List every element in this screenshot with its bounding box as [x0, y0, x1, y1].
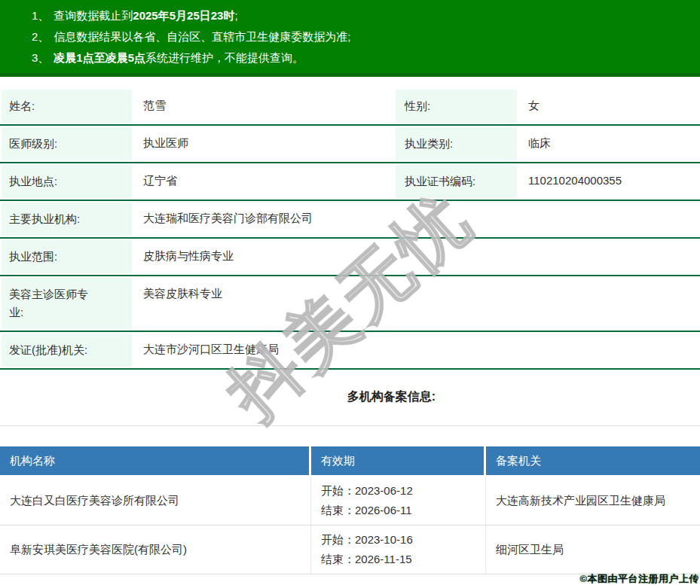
field-value: 辽宁省: [133, 163, 394, 200]
field-label: 执业证书编码:: [394, 163, 518, 200]
filing-row: 大连白又白医疗美容诊所有限公司开始：2023-06-12结束：2026-06-1…: [0, 475, 700, 526]
field-label: 执业地点:: [0, 163, 133, 200]
notice-line-2: 2、信息数据结果以各省、自治区、直辖市卫生健康委数据为准;: [32, 26, 692, 47]
field-label: 性别:: [394, 88, 518, 124]
field-value: 大连市沙河口区卫生健康局: [133, 332, 700, 368]
field-value: 皮肤病与性病专业: [133, 239, 700, 275]
field-value: 大连瑞和医疗美容门诊部有限公司: [133, 201, 700, 237]
filing-table: 机构名称有效期备案机关 大连白又白医疗美容诊所有限公司开始：2023-06-12…: [0, 446, 700, 588]
authority-cell: 细河区卫生局: [486, 526, 700, 574]
field-label: 姓名:: [0, 88, 133, 124]
field-label: 医师级别:: [0, 126, 133, 162]
section-heading: 多机构备案信息:: [83, 389, 700, 407]
notice-list: 1、查询数据截止到2025年5月25日23时;2、信息数据结果以各省、自治区、直…: [32, 5, 692, 69]
notice-text: 信息数据结果以各省、自治区、直辖市卫生健康委数据为准;: [53, 30, 350, 43]
info-row: 主要执业机构:大连瑞和医疗美容门诊部有限公司: [0, 201, 700, 239]
notice-number: 2、: [32, 30, 49, 43]
info-row: 美容主诊医师专业:美容皮肤科专业: [0, 276, 700, 332]
field-label: 执业范围:: [0, 239, 133, 275]
practitioner-info-table: 姓名:范雪性别:女医师级别:执业医师执业类别:临床执业地点:辽宁省执业证书编码:…: [0, 88, 700, 370]
footer-stamp: ©本图由平台注册用户上传: [579, 572, 699, 586]
validity-end: 结束：2026-11-15: [321, 550, 485, 569]
notice-text: 查询数据截止到: [53, 9, 133, 22]
field-value: 临床: [518, 126, 700, 162]
notice-number: 3、: [32, 51, 49, 64]
notice-text: 系统进行维护，不能提供查询。: [145, 51, 304, 64]
authority-cell: 大连高新技术产业园区卫生健康局: [486, 477, 700, 525]
org-name-cell: 大连白又白医疗美容诊所有限公司: [0, 477, 311, 525]
field-label: 美容主诊医师专业:: [0, 276, 133, 331]
notice-line-1: 1、查询数据截止到2025年5月25日23时;: [32, 5, 692, 26]
field-label: 主要执业机构:: [0, 201, 133, 237]
field-value: 女: [518, 88, 700, 124]
validity-start: 开始：2023-10-16: [321, 530, 485, 550]
filing-table-body: 大连白又白医疗美容诊所有限公司开始：2023-06-12结束：2026-06-1…: [0, 475, 700, 574]
field-label: 发证(批准)机关:: [0, 332, 133, 368]
filing-row: 阜新安琪美医疗美容医院(有限公司)开始：2023-10-16结束：2026-11…: [0, 526, 700, 574]
validity-cell: 开始：2023-06-12结束：2026-06-11: [311, 477, 486, 525]
filing-header-cell: 有效期: [311, 446, 486, 475]
validity-start: 开始：2023-06-12: [321, 481, 485, 501]
field-value: 美容皮肤科专业: [133, 276, 700, 331]
info-row: 执业范围:皮肤病与性病专业: [0, 239, 700, 276]
info-row: 发证(批准)机关:大连市沙河口区卫生健康局: [0, 332, 700, 370]
notice-line-3: 3、凌晨1点至凌晨5点系统进行维护，不能提供查询。: [32, 47, 692, 69]
divider: [0, 425, 700, 426]
filing-header-cell: 机构名称: [0, 446, 311, 475]
validity-end: 结束：2026-06-11: [321, 501, 485, 520]
info-row: 执业地点:辽宁省执业证书编码:110210204000355: [0, 163, 700, 201]
field-value: 执业医师: [133, 126, 394, 162]
validity-cell: 开始：2023-10-16结束：2026-11-15: [311, 526, 486, 574]
filing-table-header: 机构名称有效期备案机关: [0, 446, 700, 475]
notice-number: 1、: [32, 9, 49, 22]
field-value: 范雪: [133, 88, 394, 124]
info-row: 姓名:范雪性别:女: [0, 88, 700, 126]
notice-text: 凌晨1点至凌晨5点: [53, 51, 145, 64]
field-label: 执业类别:: [394, 126, 518, 162]
org-name-cell: 阜新安琪美医疗美容医院(有限公司): [0, 526, 311, 574]
info-row: 医师级别:执业医师执业类别:临床: [0, 126, 700, 163]
filing-header-cell: 备案机关: [486, 446, 700, 475]
notice-text: 2025年5月25日23时: [133, 9, 234, 22]
notice-banner: 1、查询数据截止到2025年5月25日23时;2、信息数据结果以各省、自治区、直…: [0, 0, 700, 77]
notice-text: ;: [234, 9, 237, 22]
field-value: 110210204000355: [518, 163, 700, 200]
